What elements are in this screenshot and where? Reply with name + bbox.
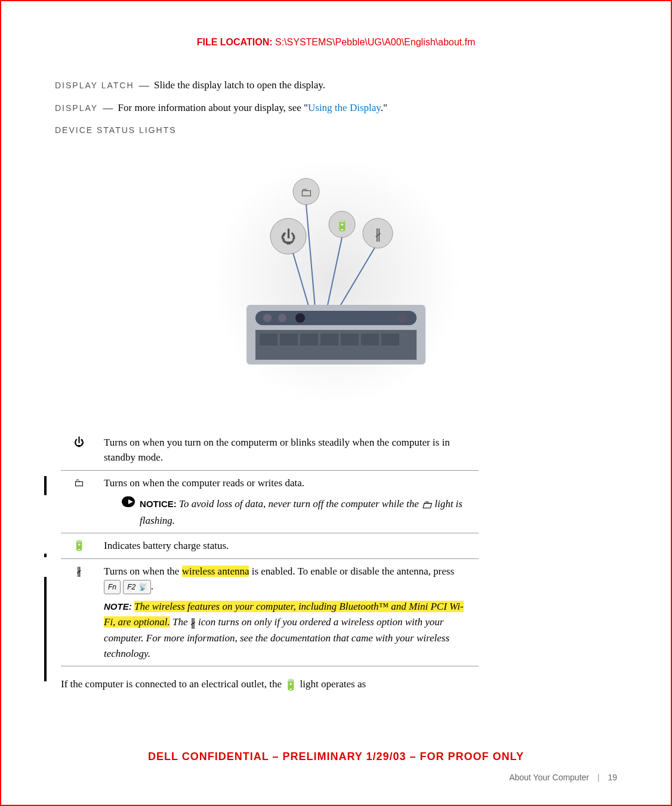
drive-inline-icon: 🗀 — [421, 499, 432, 511]
confidential-banner: DELL CONFIDENTIAL – PRELIMINARY 1/29/03 … — [1, 751, 671, 763]
svg-line-12 — [339, 248, 375, 308]
svg-point-17 — [295, 313, 305, 323]
drive-description: Turns on when the computer reads or writ… — [104, 475, 471, 491]
definition-device-status-lights: DEVICE STATUS LIGHTS — [55, 122, 617, 138]
file-location-label: FILE LOCATION: — [197, 37, 273, 47]
note-mid1: The — [170, 616, 190, 628]
svg-point-15 — [263, 314, 272, 322]
drive-icon: 🗀 — [61, 470, 97, 533]
f2-key-icon: F2 📡 — [123, 580, 150, 594]
power-description: Turns on when you turn on the computerm … — [97, 430, 479, 471]
drive-description-cell: Turns on when the computer reads or writ… — [97, 470, 479, 533]
battery-icon: 🔋 — [61, 533, 97, 559]
battery-inline-icon: 🔋 — [284, 679, 297, 691]
svg-rect-23 — [320, 333, 338, 345]
svg-rect-26 — [381, 333, 399, 345]
svg-point-16 — [278, 314, 286, 322]
svg-text:⏻: ⏻ — [280, 228, 296, 246]
dash: — — [139, 79, 149, 91]
change-bar — [44, 554, 47, 557]
battery-description: Indicates battery charge status. — [97, 533, 479, 559]
definition-text-after: ." — [381, 102, 387, 113]
notice-text: To avoid loss of data, never turn off th… — [140, 498, 463, 526]
image-container: 🗀 ⏻ 🔋 ∦ — [55, 156, 617, 406]
bluetooth-icon: ∦ — [61, 558, 97, 666]
svg-line-10 — [293, 253, 309, 308]
table-row: ∦ Turns on when the wireless antenna is … — [61, 558, 479, 666]
notice-arrow-icon — [122, 496, 135, 507]
term-display-latch: DISPLAY LATCH — [55, 81, 134, 90]
status-lights-table: ⏻ Turns on when you turn on the computer… — [61, 430, 479, 667]
laptop-status-lights-image: 🗀 ⏻ 🔋 ∦ — [211, 156, 461, 406]
svg-rect-25 — [361, 333, 379, 345]
bluetooth-inline-icon: ∦ — [190, 616, 196, 628]
notice-before: To avoid loss of data, never turn off th… — [179, 498, 421, 509]
wireless-period: . — [151, 580, 153, 592]
power-icon: ⏻ — [61, 430, 97, 471]
fn-key-icon: Fn — [104, 580, 121, 594]
svg-text:🗀: 🗀 — [300, 186, 312, 199]
wireless-note: NOTE: The wireless features on your comp… — [104, 599, 471, 661]
wireless-mid1: is enabled. To enable or disable the ant… — [249, 566, 454, 577]
table-row: ⏻ Turns on when you turn on the computer… — [61, 430, 479, 471]
dash: — — [103, 102, 113, 113]
laptop-illustration: 🗀 ⏻ 🔋 ∦ — [223, 168, 449, 394]
notice-label: NOTICE: — [140, 499, 177, 509]
f2-label: F2 — [127, 583, 135, 591]
notice-row: NOTICE: To avoid loss of data, never tur… — [122, 496, 471, 528]
change-bar — [44, 577, 47, 681]
definition-text: Slide the display latch to open the disp… — [154, 79, 325, 91]
footer-section: About Your Computer — [509, 773, 589, 782]
svg-text:🔋: 🔋 — [335, 219, 349, 232]
table-row: 🔋 Indicates battery charge status. — [61, 533, 479, 559]
file-location: FILE LOCATION: S:\SYSTEMS\Pebble\UG\A00\… — [55, 37, 617, 48]
svg-rect-21 — [280, 333, 298, 345]
definition-display-latch: DISPLAY LATCH — Slide the display latch … — [55, 78, 617, 93]
antenna-glyph: 📡 — [138, 583, 147, 591]
definition-text-before: For more information about your display,… — [118, 102, 308, 113]
highlight-wireless-antenna: wireless antenna — [182, 566, 249, 577]
wireless-description-cell: Turns on when the wireless antenna is en… — [97, 558, 479, 666]
footer-page-number: 19 — [608, 773, 617, 782]
term-display: DISPLAY — [55, 103, 98, 113]
svg-rect-22 — [300, 333, 318, 345]
wireless-line1: Turns on when the wireless antenna is en… — [104, 564, 471, 595]
svg-line-11 — [327, 237, 342, 308]
term-device-status-lights: DEVICE STATUS LIGHTS — [55, 125, 177, 135]
svg-text:∦: ∦ — [375, 227, 381, 242]
link-using-display[interactable]: Using the Display — [308, 102, 381, 113]
page-content: FILE LOCATION: S:\SYSTEMS\Pebble\UG\A00\… — [1, 1, 671, 715]
svg-point-18 — [397, 313, 406, 323]
svg-line-9 — [306, 205, 315, 308]
page-footer: About Your Computer | 19 — [509, 773, 617, 782]
bottom-paragraph: If the computer is connected to an elect… — [61, 678, 617, 691]
change-bar — [44, 476, 47, 495]
bottom-after: light operates as — [300, 678, 366, 690]
footer-divider: | — [597, 773, 600, 782]
wireless-before: Turns on when the — [104, 566, 182, 577]
definition-display: DISPLAY — For more information about you… — [55, 100, 617, 116]
svg-rect-24 — [341, 333, 359, 345]
file-location-path: S:\SYSTEMS\Pebble\UG\A00\English\about.f… — [275, 37, 475, 47]
table-row: 🗀 Turns on when the computer reads or wr… — [61, 470, 479, 533]
svg-rect-20 — [260, 333, 278, 345]
note-label: NOTE: — [104, 601, 132, 612]
bottom-before: If the computer is connected to an elect… — [61, 678, 284, 690]
